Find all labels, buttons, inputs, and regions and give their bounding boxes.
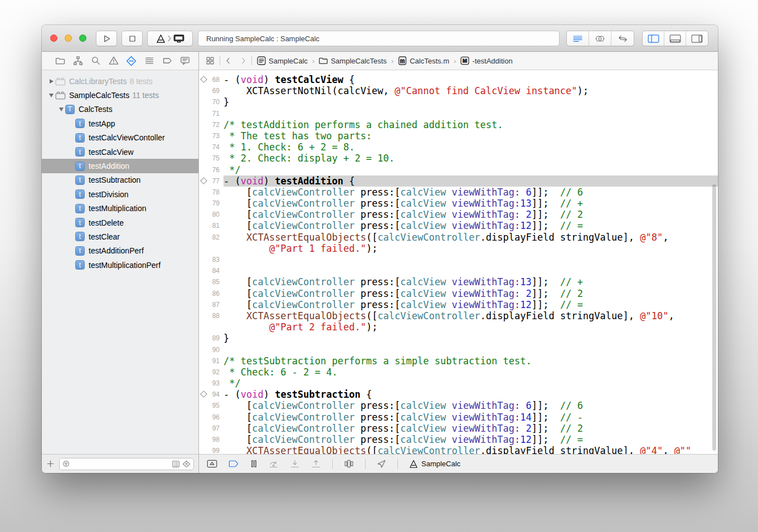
code-line[interactable]: 72/* testAddition performs a chained add… bbox=[199, 119, 718, 130]
code-line[interactable]: 99 XCTAssertEqualObjects([calcViewContro… bbox=[199, 445, 718, 454]
symbol-navigator-icon[interactable] bbox=[72, 56, 83, 66]
code-line[interactable]: 95 [calcViewController press:[calcView v… bbox=[199, 400, 718, 411]
test-list-item[interactable]: CalcLibraryTests8 tests bbox=[42, 74, 198, 88]
disclosure-triangle-icon[interactable] bbox=[47, 79, 55, 84]
code-line[interactable]: 71 bbox=[199, 108, 718, 119]
code-line[interactable]: 91/* testSubtraction performs a simple s… bbox=[199, 355, 718, 367]
disclosure-triangle-icon[interactable] bbox=[57, 108, 65, 111]
simulate-location-icon[interactable] bbox=[377, 460, 386, 468]
code-line[interactable]: 98 [calcViewController press:[calcView v… bbox=[199, 434, 718, 445]
test-diamond-indicator[interactable] bbox=[200, 177, 207, 184]
add-test-target-button[interactable] bbox=[46, 460, 55, 468]
code-line[interactable]: 84 bbox=[199, 265, 718, 276]
debug-navigator-icon[interactable] bbox=[144, 56, 154, 66]
scheme-selector[interactable] bbox=[147, 31, 193, 46]
standard-editor-button[interactable] bbox=[567, 31, 589, 46]
code-line[interactable]: 76 */ bbox=[199, 164, 718, 175]
breadcrumb-item[interactable]: SampleCalcTests bbox=[319, 56, 386, 65]
report-navigator-icon[interactable] bbox=[179, 56, 190, 66]
test-list-item[interactable]: ttestSubtraction bbox=[42, 173, 198, 187]
test-diamond-indicator[interactable] bbox=[200, 391, 207, 398]
go-forward-button[interactable] bbox=[241, 57, 246, 65]
code-line[interactable]: 89} bbox=[199, 333, 718, 344]
test-list-item[interactable]: ttestDivision bbox=[42, 187, 198, 201]
code-line[interactable]: 83 bbox=[199, 254, 718, 265]
code-line[interactable]: 92 * Check: 6 - 2 = 4. bbox=[199, 367, 718, 378]
code-line[interactable]: 85 [calcViewController press:[calcView v… bbox=[199, 276, 718, 287]
code-line[interactable]: 90 bbox=[199, 344, 718, 355]
code-segment: ) bbox=[264, 389, 275, 400]
toggle-debug-area-icon[interactable] bbox=[207, 460, 217, 468]
zoom-button[interactable] bbox=[79, 35, 86, 42]
code-line[interactable]: 88 XCTAssertEqualObjects([calcViewContro… bbox=[199, 310, 718, 321]
code-line[interactable]: 77- (void) testAddition { bbox=[199, 175, 718, 187]
show-test-log-icon[interactable] bbox=[172, 460, 180, 468]
breadcrumb-item[interactable]: M-testAddition bbox=[460, 56, 512, 65]
code-line[interactable]: 80 [calcViewController press:[calcView v… bbox=[199, 209, 718, 220]
search-navigator-icon[interactable] bbox=[90, 56, 101, 66]
failed-tests-filter-icon[interactable] bbox=[182, 460, 191, 468]
test-list-item[interactable]: ttestMultiplicationPerf bbox=[42, 258, 198, 272]
test-list-item[interactable]: ttestMultiplication bbox=[42, 202, 198, 216]
test-list-item[interactable]: ttestCalcViewContoller bbox=[42, 131, 198, 145]
disclosure-triangle-icon[interactable] bbox=[47, 94, 55, 97]
breadcrumb-item[interactable]: mCalcTests.m bbox=[398, 56, 449, 65]
related-items-icon[interactable] bbox=[206, 56, 215, 65]
test-navigator-icon[interactable] bbox=[126, 56, 137, 66]
issue-navigator-icon[interactable] bbox=[108, 56, 119, 66]
scrollbar-thumb[interactable] bbox=[712, 184, 716, 451]
navigator-icon-bar bbox=[42, 52, 198, 70]
test-list-item[interactable]: ttestApp bbox=[42, 116, 198, 130]
code-line[interactable]: 70} bbox=[199, 96, 718, 108]
titlebar[interactable]: Running SampleCalc : SampleCalc bbox=[42, 25, 718, 52]
breadcrumb-item[interactable]: SampleCalc bbox=[257, 56, 308, 65]
code-line[interactable]: 74 * 1. Check: 6 + 2 = 8. bbox=[199, 141, 718, 153]
code-line[interactable]: 68- (void) testCalcView { bbox=[199, 74, 718, 85]
code-line[interactable]: 96 [calcViewController press:[calcView v… bbox=[199, 412, 718, 423]
test-list-item[interactable]: ttestDelete bbox=[42, 216, 198, 230]
inspector-panel-button[interactable] bbox=[686, 31, 708, 46]
code-line[interactable]: 93 */ bbox=[199, 378, 718, 389]
filter-input[interactable] bbox=[59, 458, 194, 470]
view-debugger-icon[interactable] bbox=[344, 460, 354, 468]
version-editor-button[interactable] bbox=[611, 31, 634, 46]
breakpoint-navigator-icon[interactable] bbox=[162, 56, 172, 66]
navigator-panel-button[interactable] bbox=[643, 31, 664, 46]
code-line[interactable]: 82 XCTAssertEqualObjects([calcViewContro… bbox=[199, 232, 718, 243]
source-editor[interactable]: 68- (void) testCalcView {69 XCTAssertNot… bbox=[199, 70, 718, 454]
go-back-button[interactable] bbox=[225, 57, 231, 65]
assistant-editor-button[interactable] bbox=[589, 31, 611, 46]
code-segment: [ bbox=[223, 423, 252, 434]
code-segment: // + bbox=[560, 198, 583, 209]
code-line[interactable]: 73 * The test has two parts: bbox=[199, 130, 718, 141]
code-line[interactable]: 86 [calcViewController press:[calcView v… bbox=[199, 288, 718, 299]
stop-button[interactable] bbox=[122, 31, 143, 46]
test-list-item[interactable]: ttestAdditionPerf bbox=[42, 244, 198, 258]
code-line[interactable]: 94- (void) testSubtraction { bbox=[199, 389, 718, 400]
pause-icon[interactable] bbox=[250, 460, 257, 468]
line-number-gutter: 90 bbox=[199, 344, 223, 355]
breakpoints-toggle-icon[interactable] bbox=[229, 460, 239, 468]
test-list-item[interactable]: SampleCalcTests11 tests bbox=[42, 88, 198, 102]
close-button[interactable] bbox=[50, 35, 57, 42]
code-line[interactable]: @"Part 2 failed."); bbox=[199, 321, 718, 333]
test-list-item[interactable]: ttestClear bbox=[42, 230, 198, 243]
code-line[interactable]: 69 XCTAssertNotNil(calcView, @"Cannot fi… bbox=[199, 85, 718, 96]
project-navigator-icon[interactable] bbox=[55, 56, 65, 66]
test-list-item[interactable]: ttestCalcView bbox=[42, 145, 198, 159]
inspector-panel-icon bbox=[691, 35, 703, 43]
minimize-button[interactable] bbox=[65, 35, 72, 42]
test-list-item[interactable]: ttestAddition bbox=[42, 159, 198, 173]
test-list-item[interactable]: TCalcTests bbox=[42, 103, 198, 116]
code-line[interactable]: 97 [calcViewController press:[calcView v… bbox=[199, 423, 718, 434]
code-line[interactable]: 79 [calcViewController press:[calcView v… bbox=[199, 198, 718, 209]
code-line[interactable]: 75 * 2. Check: display + 2 = 10. bbox=[199, 153, 718, 164]
code-line[interactable]: 81 [calcViewController press:[calcView v… bbox=[199, 220, 718, 231]
code-line[interactable]: 78 [calcViewController press:[calcView v… bbox=[199, 187, 718, 198]
debug-panel-button[interactable] bbox=[664, 31, 686, 46]
test-item-label: testAddition bbox=[89, 162, 129, 170]
code-line[interactable]: 87 [calcViewController press:[calcView v… bbox=[199, 299, 718, 310]
run-button[interactable] bbox=[96, 31, 117, 46]
test-diamond-indicator[interactable] bbox=[200, 76, 207, 83]
code-line[interactable]: @"Part 1 failed."); bbox=[199, 243, 718, 254]
